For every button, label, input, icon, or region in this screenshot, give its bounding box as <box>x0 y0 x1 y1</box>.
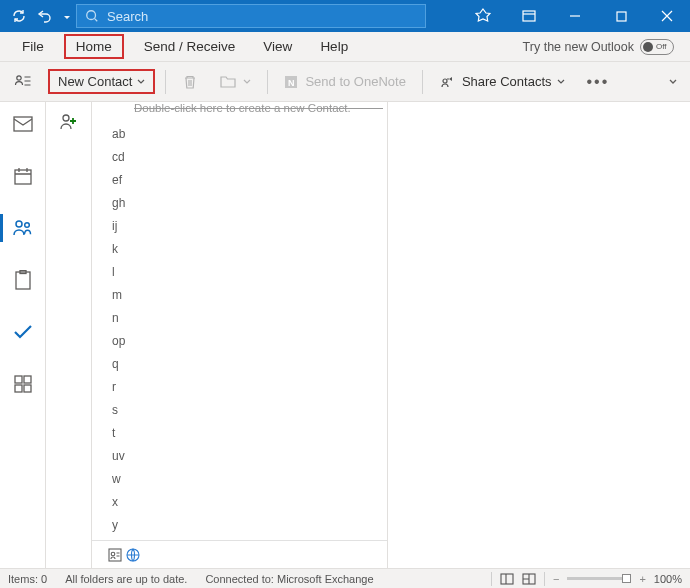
new-contact-label: New Contact <box>58 74 132 89</box>
view-reading-icon[interactable] <box>522 573 536 585</box>
svg-rect-13 <box>15 376 22 383</box>
tab-view[interactable]: View <box>249 32 306 61</box>
svg-point-10 <box>24 223 29 228</box>
chevron-down-icon <box>243 78 251 86</box>
alpha-index-item[interactable]: n <box>112 306 387 329</box>
svg-rect-8 <box>15 170 31 184</box>
sync-icon[interactable] <box>10 7 28 25</box>
try-new-label: Try the new Outlook <box>523 40 634 54</box>
ribbon: New Contact N Send to OneNote Share Cont… <box>0 62 690 102</box>
alpha-index: abcdefghijklmnopqrstuvwxyz <box>92 120 387 540</box>
send-onenote-label: Send to OneNote <box>305 74 405 89</box>
title-bar: Search <box>0 0 690 32</box>
status-bar: Items: 0 All folders are up to date. Con… <box>0 568 690 588</box>
alpha-index-item[interactable]: ab <box>112 122 387 145</box>
contact-card-icon[interactable] <box>108 547 124 563</box>
svg-point-0 <box>87 11 96 20</box>
premium-icon[interactable] <box>460 0 506 32</box>
svg-rect-15 <box>15 385 22 392</box>
svg-rect-11 <box>16 272 30 289</box>
alpha-index-item[interactable]: ef <box>112 168 387 191</box>
contact-list-icon[interactable] <box>8 68 38 96</box>
svg-rect-2 <box>617 12 626 21</box>
svg-rect-1 <box>523 11 535 21</box>
alpha-index-item[interactable]: x <box>112 490 387 513</box>
folder-pane <box>46 102 92 568</box>
qat-dropdown-icon[interactable] <box>62 7 72 25</box>
alpha-index-item[interactable]: uv <box>112 444 387 467</box>
contact-list: Double-click here to create a new Contac… <box>92 102 388 568</box>
svg-rect-14 <box>24 376 31 383</box>
send-to-onenote-button: N Send to OneNote <box>278 68 411 96</box>
tab-file[interactable]: File <box>8 32 58 61</box>
svg-point-19 <box>111 552 115 556</box>
svg-rect-16 <box>24 385 31 392</box>
alpha-index-item[interactable]: r <box>112 375 387 398</box>
alpha-index-item[interactable]: k <box>112 237 387 260</box>
svg-rect-21 <box>501 574 513 584</box>
alpha-index-item[interactable]: l <box>112 260 387 283</box>
svg-point-17 <box>63 115 69 121</box>
maximize-button[interactable] <box>598 0 644 32</box>
list-footer <box>92 540 387 568</box>
tab-help[interactable]: Help <box>306 32 362 61</box>
calendar-nav-icon[interactable] <box>7 160 39 192</box>
new-contact-hint[interactable]: Double-click here to create a new Contac… <box>92 99 387 117</box>
status-folders: All folders are up to date. <box>65 573 187 585</box>
todo-nav-icon[interactable] <box>7 316 39 348</box>
alpha-index-item[interactable]: cd <box>112 145 387 168</box>
delete-button <box>176 68 204 96</box>
svg-point-9 <box>16 221 22 227</box>
tab-strip: File Home Send / Receive View Help Try t… <box>0 32 690 62</box>
alpha-index-item[interactable]: s <box>112 398 387 421</box>
search-input[interactable]: Search <box>76 4 426 28</box>
zoom-level: 100% <box>654 573 682 585</box>
apps-nav-icon[interactable] <box>7 368 39 400</box>
try-new-outlook[interactable]: Try the new Outlook Off <box>523 32 682 61</box>
more-options-button[interactable]: ••• <box>581 73 616 91</box>
alpha-index-item[interactable]: t <box>112 421 387 444</box>
alpha-index-item[interactable]: m <box>112 283 387 306</box>
alpha-index-item[interactable]: w <box>112 467 387 490</box>
tab-home[interactable]: Home <box>64 34 124 59</box>
alpha-index-item[interactable]: gh <box>112 191 387 214</box>
new-contact-button[interactable]: New Contact <box>48 69 155 94</box>
share-contacts-label: Share Contacts <box>462 74 552 89</box>
tasks-nav-icon[interactable] <box>7 264 39 296</box>
reading-pane <box>388 102 690 568</box>
tab-send-receive[interactable]: Send / Receive <box>130 32 250 61</box>
alpha-index-item[interactable]: op <box>112 329 387 352</box>
svg-point-3 <box>17 75 21 79</box>
try-new-toggle[interactable]: Off <box>640 39 674 55</box>
nav-rail <box>0 102 46 568</box>
close-button[interactable] <box>644 0 690 32</box>
globe-icon[interactable] <box>126 548 140 562</box>
alpha-index-item[interactable]: y <box>112 513 387 536</box>
status-items: Items: 0 <box>8 573 47 585</box>
alpha-index-item[interactable]: ij <box>112 214 387 237</box>
svg-rect-7 <box>14 117 32 131</box>
minimize-button[interactable] <box>552 0 598 32</box>
status-connected: Connected to: Microsoft Exchange <box>205 573 373 585</box>
svg-text:N: N <box>288 78 295 88</box>
chevron-down-icon <box>557 78 565 86</box>
undo-icon[interactable] <box>36 7 54 25</box>
window-arrange-icon[interactable] <box>506 0 552 32</box>
mail-nav-icon[interactable] <box>7 108 39 140</box>
people-nav-icon[interactable] <box>7 212 39 244</box>
chevron-down-icon <box>137 78 145 86</box>
zoom-slider[interactable] <box>567 577 631 580</box>
move-button <box>214 68 257 96</box>
svg-point-6 <box>443 79 447 83</box>
view-normal-icon[interactable] <box>500 573 514 585</box>
alpha-index-item[interactable]: q <box>112 352 387 375</box>
share-contacts-button[interactable]: Share Contacts <box>433 68 571 96</box>
search-placeholder: Search <box>107 9 148 24</box>
ribbon-collapse-button[interactable] <box>668 74 682 89</box>
new-contact-folder-icon[interactable] <box>55 108 83 136</box>
